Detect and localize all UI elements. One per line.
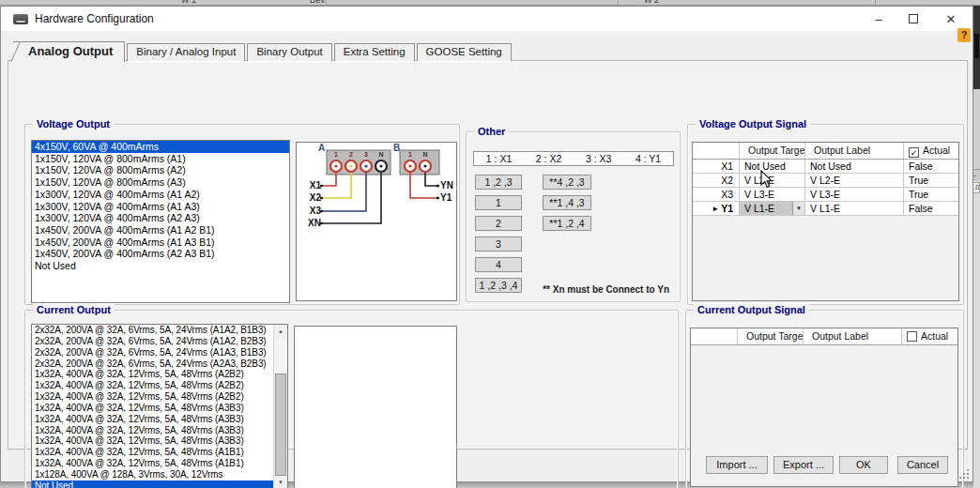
tab-binary-analog-input[interactable]: Binary / Analog Input: [127, 43, 245, 61]
output-target-dropdown[interactable]: V L1-E▼: [740, 202, 805, 215]
footer-button-ok[interactable]: OK: [839, 456, 888, 474]
list-item[interactable]: 1x32A, 400VA @ 32A, 12Vrms, 5A, 48Vrms (…: [32, 447, 287, 458]
tab-binary-output[interactable]: Binary Output: [247, 43, 331, 61]
connection-option-button[interactable]: 1 ,2 ,3: [475, 175, 522, 190]
window-title: Hardware Configuration: [35, 7, 154, 31]
actual-value-cell[interactable]: True: [904, 188, 958, 201]
current-output-items: 2x32A, 200VA @ 32A, 6Vrms, 5A, 24Vrms (A…: [32, 325, 287, 488]
list-item[interactable]: 1x32A, 400VA @ 32A, 12Vrms, 5A, 48Vrms (…: [32, 403, 287, 414]
channel-legend: 1 : X12 : X23 : X34 : Y1: [473, 151, 674, 166]
output-target-column-header: Output Target: [738, 328, 804, 344]
scrollbar-thumb[interactable]: [275, 374, 286, 476]
maximize-icon: [909, 14, 918, 23]
list-item[interactable]: 2x32A, 200VA @ 32A, 6Vrms, 5A, 24Vrms (A…: [32, 347, 287, 358]
list-item[interactable]: 1x32A, 400VA @ 32A, 12Vrms, 5A, 48Vrms (…: [32, 380, 287, 391]
wiring-diagram: A B X1X2X3XNYNY1123N1N: [296, 142, 457, 301]
output-target-value: V L1-E: [744, 202, 774, 215]
title-bar[interactable]: Hardware Configuration – ✕: [1, 7, 972, 31]
list-item[interactable]: 1x32A, 400VA @ 32A, 12Vrms, 5A, 48Vrms (…: [32, 369, 287, 380]
list-item[interactable]: 2x32A, 200VA @ 32A, 6Vrms, 5A, 24Vrms (A…: [32, 325, 287, 336]
actual-column-header: Actual: [902, 328, 957, 344]
current-output-list[interactable]: 2x32A, 200VA @ 32A, 6Vrms, 5A, 24Vrms (A…: [31, 324, 288, 488]
list-item[interactable]: 1x300V, 120VA @ 400mArms (A2 A3): [32, 212, 289, 224]
signal-name: X3: [721, 189, 733, 200]
vertical-scrollbar[interactable]: ▲ ▼: [273, 325, 287, 488]
connection-option-button[interactable]: **1 ,4 ,3: [543, 195, 591, 210]
background-cell: W 2: [644, 0, 659, 5]
background-dark-block: [973, 6, 980, 89]
connection-option-button[interactable]: 2: [475, 216, 522, 231]
footer-button-cancel[interactable]: Cancel: [897, 456, 948, 474]
connection-option-button[interactable]: 1: [475, 195, 522, 210]
channel-map-label: 3 : X3: [586, 153, 611, 164]
actual-label: Actual: [923, 145, 950, 156]
list-item[interactable]: 1x32A, 400VA @ 32A, 12Vrms, 5A, 48Vrms (…: [32, 435, 287, 447]
list-item[interactable]: 2x32A, 200VA @ 32A, 6Vrms, 5A, 24Vrms (A…: [32, 358, 287, 370]
connection-option-button[interactable]: **1 ,2 ,4: [543, 216, 591, 231]
signal-name: Y1: [721, 203, 733, 214]
list-item[interactable]: 1x150V, 120VA @ 800mArms (A1): [32, 153, 289, 165]
voltage-output-signal-group: Voltage Output Signal Output Target Outp…: [687, 124, 964, 305]
terminal-number: N: [375, 151, 387, 158]
output-label-cell[interactable]: V L2-E: [805, 174, 904, 187]
output-label-column-header: Output Label: [804, 328, 902, 344]
voltage-output-list[interactable]: 4x150V, 60VA @ 400mArms1x150V, 120VA @ 8…: [31, 140, 290, 303]
analog-output-tab-page: Voltage Output 4x150V, 60VA @ 400mArms1x…: [8, 60, 968, 450]
list-item[interactable]: Not Used: [32, 480, 287, 488]
group-title: Voltage Output: [33, 118, 114, 130]
mouse-cursor: [760, 170, 773, 189]
list-item[interactable]: 1x300V, 120VA @ 400mArms (A1 A2): [32, 189, 289, 201]
list-item[interactable]: Not Used: [32, 260, 289, 272]
list-item[interactable]: 1x150V, 120VA @ 800mArms (A2): [32, 164, 289, 176]
list-item[interactable]: 2x32A, 200VA @ 32A, 6Vrms, 5A, 24Vrms (A…: [32, 336, 287, 347]
name-column-header: [693, 143, 740, 159]
minimize-button[interactable]: –: [862, 7, 896, 31]
footer-button-export[interactable]: Export ...: [773, 456, 834, 474]
list-item[interactable]: 1x128A, 400VA @ 128A, 3Vrms, 30A, 12Vrms: [32, 469, 287, 480]
connection-option-button[interactable]: 3: [475, 236, 522, 252]
connection-option-button[interactable]: **4 ,2 ,3: [543, 175, 591, 190]
scroll-up-icon[interactable]: ▲: [274, 325, 287, 339]
dropdown-arrow-icon[interactable]: ▼: [792, 202, 804, 215]
footer-button-import[interactable]: Import ...: [706, 456, 768, 474]
actual-value-cell[interactable]: True: [904, 174, 958, 187]
connection-buttons-right: **4 ,2 ,3**1 ,4 ,3**1 ,2 ,4: [543, 175, 591, 231]
actual-checkbox[interactable]: [907, 331, 917, 342]
table-body: X1Not UsedNot UsedFalseX2V L2-EV L2-ETru…: [693, 160, 958, 216]
list-item[interactable]: 1x450V, 200VA @ 400mArms (A1 A2 B1): [32, 224, 289, 236]
actual-value-cell[interactable]: False: [904, 202, 958, 215]
list-item[interactable]: 1x300V, 120VA @ 400mArms (A1 A3): [32, 201, 289, 213]
connection-option-button[interactable]: 4: [475, 257, 522, 272]
list-item[interactable]: 1x150V, 120VA @ 800mArms (A3): [32, 176, 289, 189]
list-item[interactable]: 1x32A, 400VA @ 32A, 12Vrms, 5A, 48Vrms (…: [32, 425, 287, 436]
other-group: Other 1 : X12 : X23 : X34 : Y1 1 ,2 ,312…: [466, 131, 681, 302]
tab-extra-setting[interactable]: Extra Setting: [334, 43, 415, 61]
list-item[interactable]: 1x450V, 200VA @ 400mArms (A1 A3 B1): [32, 236, 289, 249]
scroll-down-icon[interactable]: ▼: [274, 476, 287, 488]
output-target-cell[interactable]: V L3-E: [740, 188, 805, 201]
terminal-number: 2: [345, 151, 357, 158]
actual-checkbox[interactable]: ✓: [909, 147, 919, 158]
signal-row: X3V L3-EV L3-ETrue: [693, 188, 958, 202]
output-label-cell[interactable]: Not Used: [805, 160, 904, 173]
list-item[interactable]: 4x150V, 60VA @ 400mArms: [32, 141, 289, 153]
list-item[interactable]: 1x450V, 200VA @ 400mArms (A2 A3 B1): [32, 248, 289, 260]
background-text-fragment: .0: [973, 182, 980, 193]
output-label-cell[interactable]: V L3-E: [805, 188, 904, 201]
table-header: Output Target Output Label ✓Actual: [693, 143, 958, 160]
signal-name-cell: X2: [693, 174, 740, 187]
tab-goose-setting[interactable]: GOOSE Setting: [417, 43, 512, 61]
list-item[interactable]: 1x32A, 400VA @ 32A, 12Vrms, 5A, 48Vrms (…: [32, 458, 287, 469]
help-badge[interactable]: ?: [957, 28, 971, 42]
tab-analog-output[interactable]: Analog Output: [13, 41, 125, 62]
maximize-button[interactable]: [896, 7, 930, 31]
terminal-number: 1: [330, 151, 342, 158]
list-item[interactable]: 1x32A, 400VA @ 32A, 12Vrms, 5A, 48Vrms (…: [32, 414, 287, 425]
actual-value-cell[interactable]: False: [904, 160, 958, 173]
connection-option-button[interactable]: 1 ,2 ,3 ,4: [475, 278, 522, 293]
background-text-fragment: -V: [973, 169, 980, 181]
table-header: Output Target Output Label Actual: [691, 328, 957, 345]
output-label-cell[interactable]: V L1-E: [805, 202, 904, 215]
list-item[interactable]: 1x32A, 400VA @ 32A, 12Vrms, 5A, 48Vrms (…: [32, 391, 287, 403]
current-wiring-preview-box: [294, 326, 457, 488]
